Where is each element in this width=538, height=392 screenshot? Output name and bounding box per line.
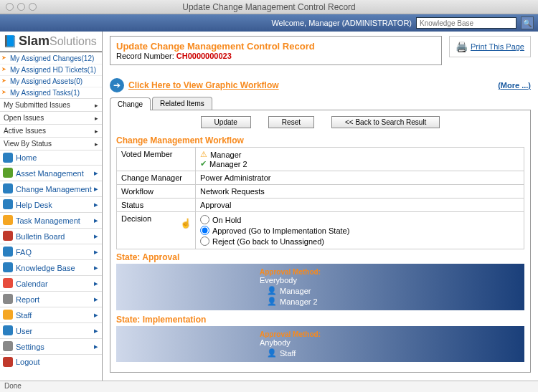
window-titlebar: Update Change Management Control Record: [0, 0, 538, 14]
nav-icon: [3, 341, 13, 351]
approval-method-label: Approval Method:: [260, 268, 519, 276]
view-workflow-link[interactable]: Click Here to View Graphic Workflow: [128, 80, 279, 90]
nav-calendar[interactable]: Calendar▸: [0, 275, 102, 291]
approval-person-2: Manager 2: [280, 297, 318, 306]
cm-workflow-table: Voted Member ⚠Manager ✔Manager 2 Change …: [116, 147, 524, 249]
radio-reject[interactable]: [200, 236, 209, 246]
chevron-right-icon: ▸: [94, 279, 98, 288]
main-content: Update Change Management Control Record …: [103, 32, 538, 381]
record-number: CH0000000023: [176, 52, 232, 60]
nav-icon: [3, 215, 13, 225]
nav-staff[interactable]: Staff▸: [0, 307, 102, 322]
nav-assigned-1[interactable]: My Assigned HD Tickets(1): [0, 64, 102, 75]
nav-icon: [3, 153, 13, 163]
chevron-right-icon: ▸: [94, 200, 98, 209]
nav-change-management[interactable]: Change Management▸: [0, 181, 102, 196]
nav-settings[interactable]: Settings▸: [0, 338, 102, 354]
radio-approved[interactable]: [200, 226, 209, 235]
page-title: Update Change Management Control Record: [116, 41, 435, 52]
nav-user[interactable]: User▸: [0, 322, 102, 338]
chevron-right-icon: ▸: [94, 326, 98, 335]
cursor-icon: ☝: [180, 218, 192, 229]
nav-task-management[interactable]: Task Management▸: [0, 212, 102, 228]
nav-label: Bulletin Board: [16, 232, 65, 241]
impl-method-label: Approval Method:: [260, 330, 519, 338]
more-link[interactable]: (More ...): [498, 81, 531, 90]
window-zoom-button[interactable]: [29, 3, 37, 11]
logo-sub: Solutions: [49, 35, 97, 47]
nav-icon: [3, 278, 13, 288]
chevron-right-icon: ▸: [94, 295, 98, 304]
back-to-search-button[interactable]: << Back to Search Result: [331, 116, 440, 128]
nav-knowledge-base[interactable]: Knowledge Base▸: [0, 259, 102, 275]
radio-approved-label: Approved (Go to Implementation State): [212, 226, 349, 235]
sidebar: 📘SlamSolutions My Assigned Changes(12)My…: [0, 32, 103, 381]
nav-label: Logout: [16, 358, 40, 366]
nav-icon: [3, 294, 13, 304]
nav-label: Task Management: [16, 216, 80, 225]
workflow-link-row: ➔ Click Here to View Graphic Workflow (M…: [110, 78, 531, 92]
nav-logout[interactable]: Logout: [0, 354, 102, 369]
nav-report[interactable]: Report▸: [0, 291, 102, 307]
nav-menu-3[interactable]: View By Status▸: [0, 137, 102, 150]
nav-label: Home: [16, 153, 37, 162]
nav-icon: [3, 357, 13, 367]
workflow-label: Workflow: [117, 185, 196, 199]
workflow-value: Network Requests: [196, 185, 524, 199]
search-input[interactable]: [416, 17, 516, 29]
search-icon: 🔍: [523, 19, 532, 27]
update-button[interactable]: Update: [201, 116, 251, 128]
nav-label: Report: [16, 295, 39, 304]
cm-workflow-heading: Change Management Workflow: [116, 135, 524, 145]
nav-label: FAQ: [16, 248, 32, 257]
state-approval-box: Approval Method: Everybody 👤Manager 👤Man…: [116, 264, 524, 310]
print-box: 🖨️ Print This Page: [449, 36, 531, 57]
nav-help-desk[interactable]: Help Desk▸: [0, 196, 102, 212]
chevron-right-icon: ▸: [94, 168, 98, 178]
arrow-circle-icon: ➔: [110, 78, 124, 92]
nav-label: Change Management: [16, 185, 92, 193]
nav-home[interactable]: Home: [0, 150, 102, 165]
nav-label: Help Desk: [16, 201, 52, 209]
nav-icon: [3, 262, 13, 272]
impl-method-value: Anybody: [260, 338, 519, 347]
status-label: Status: [117, 199, 196, 212]
logo: 📘SlamSolutions: [0, 32, 102, 52]
status-bar: Done: [0, 381, 538, 392]
nav-menu-0[interactable]: My Submitted Issues▸: [0, 98, 102, 111]
window-minimize-button[interactable]: [17, 3, 25, 11]
nav-icon: [3, 325, 13, 335]
reset-button[interactable]: Reset: [268, 116, 314, 128]
tab-related-items[interactable]: Related Items: [152, 97, 212, 110]
nav-label: Settings: [16, 343, 44, 351]
nav-label: Asset Management: [16, 169, 84, 178]
chevron-right-icon: ▸: [94, 342, 98, 351]
nav-icon: [3, 310, 13, 320]
window-close-button[interactable]: [6, 3, 14, 11]
radio-on-hold[interactable]: [200, 215, 209, 224]
nav-menu-1[interactable]: Open Issues▸: [0, 111, 102, 124]
voted-member-label: Voted Member: [117, 148, 196, 171]
chevron-right-icon: ▸: [94, 310, 98, 320]
status-text: Done: [4, 382, 22, 390]
nav-asset-management[interactable]: Asset Management▸: [0, 165, 102, 181]
tabs: Change Related Items: [110, 97, 531, 110]
nav-assigned-0[interactable]: My Assigned Changes(12): [0, 52, 102, 64]
printer-icon: 🖨️: [456, 41, 468, 52]
chevron-right-icon: ▸: [94, 184, 98, 193]
nav-assigned-2[interactable]: My Assigned Assets(0): [0, 75, 102, 87]
print-link[interactable]: Print This Page: [471, 42, 524, 51]
person-icon: 👤: [267, 297, 277, 306]
tab-change[interactable]: Change: [110, 97, 151, 110]
nav-faq[interactable]: FAQ▸: [0, 244, 102, 259]
state-approval-heading: State: Approval: [116, 252, 524, 262]
nav-bulletin-board[interactable]: Bulletin Board▸: [0, 228, 102, 244]
change-manager-label: Change Manager: [117, 171, 196, 185]
nav-assigned-3[interactable]: My Assigned Tasks(1): [0, 87, 102, 98]
chevron-right-icon: ▸: [94, 216, 98, 225]
decision-label: Decision: [121, 214, 151, 223]
logo-icon: 📘: [3, 35, 17, 47]
nav-menu-2[interactable]: Active Issues▸: [0, 124, 102, 137]
window-title: Update Change Management Control Record: [182, 2, 355, 12]
search-button[interactable]: 🔍: [521, 16, 534, 29]
